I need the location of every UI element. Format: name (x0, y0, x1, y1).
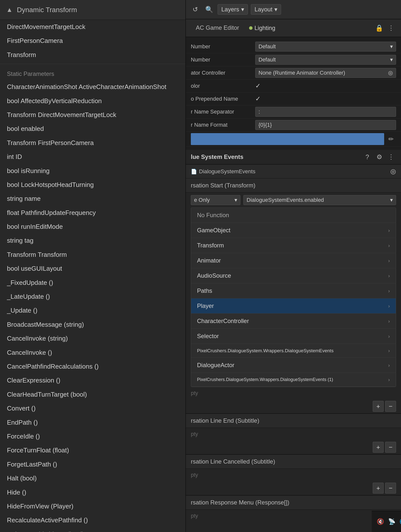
help-icon: ? (366, 153, 369, 161)
list-item[interactable]: Transform Transform (0, 248, 185, 262)
settings-label: r Name Separator (191, 109, 255, 115)
add-button[interactable]: + (373, 442, 384, 453)
number-dropdown-1[interactable]: Default ▾ (255, 42, 396, 52)
list-item[interactable]: bool useGUILayout (0, 262, 185, 275)
list-item[interactable]: ForgetLastPath () (0, 457, 185, 471)
func-item-dialogue-actor[interactable]: DialogueActor › (191, 358, 396, 373)
list-item[interactable]: ReleaseHeldObjects (bool) (0, 527, 185, 532)
chevron-right-icon: › (388, 288, 390, 294)
layers-chevron-icon: ▾ (241, 6, 244, 13)
settings-value: ✓ (255, 82, 396, 90)
prepended-checkbox[interactable]: ✓ (255, 95, 261, 103)
remove-button[interactable]: − (385, 442, 396, 453)
func-item-selector[interactable]: Selector › (191, 329, 396, 344)
help-button[interactable]: ? (362, 152, 372, 162)
list-item[interactable]: Halt (bool) (0, 471, 185, 485)
list-item[interactable]: ClearHeadTurnTarget (bool) (0, 387, 185, 401)
tab-ac-game-editor[interactable]: AC Game Editor (191, 21, 244, 35)
list-item[interactable]: float PathfindUpdateFrequency (0, 206, 185, 220)
list-item[interactable]: bool isRunning (0, 164, 185, 178)
list-item[interactable]: RecalculateActivePathfind () (0, 513, 185, 527)
color-checkbox[interactable]: ✓ (255, 82, 261, 90)
remove-button[interactable]: − (385, 401, 396, 412)
list-item[interactable]: BroadcastMessage (string) (0, 318, 185, 331)
target-icon: ◎ (390, 168, 396, 175)
list-item[interactable]: int ID (0, 150, 185, 164)
func-item-audiosource[interactable]: AudioSource › (191, 268, 396, 283)
func-item-character-controller[interactable]: CharacterController › (191, 314, 396, 329)
layout-button[interactable]: Layout ▾ (251, 4, 281, 15)
runtime-row: e Only ▾ DialogueSystemEvents.enabled ▾ (186, 193, 401, 207)
lock-button[interactable]: 🔒 (374, 23, 384, 33)
more-menu-button[interactable]: ⋮ (386, 23, 396, 33)
add-button[interactable]: + (373, 401, 384, 412)
conversation-line-cancelled-event: rsation Line Cancelled (Subtitle) pty + … (186, 455, 401, 496)
conv-response-menu-label: rsation Response Menu (Response[]) (186, 496, 401, 510)
list-item[interactable]: CancelInvoke () (0, 346, 185, 359)
list-item[interactable]: _LateUpdate () (0, 290, 185, 303)
func-item-player[interactable]: Player › (191, 298, 396, 314)
list-item[interactable]: CancelInvoke (string) (0, 331, 185, 345)
more-icon: ⋮ (388, 153, 394, 161)
list-item[interactable]: Hide () (0, 485, 185, 499)
function-path-dropdown[interactable]: DialogueSystemEvents.enabled ▾ (243, 195, 396, 205)
left-item-first-person[interactable]: FirstPersonCamera (0, 34, 185, 48)
settings-value: None (Runtime Animator Controller) ◎ (255, 68, 396, 78)
list-item[interactable]: bool AffectedByVerticalReduction (0, 94, 185, 108)
settings-button[interactable]: ⚙ (374, 152, 384, 162)
layers-button[interactable]: Layers ▾ (218, 4, 248, 15)
list-item[interactable]: _Update () (0, 303, 185, 317)
func-item-animator[interactable]: Animator › (191, 253, 396, 268)
animator-controller-dropdown[interactable]: None (Runtime Animator Controller) ◎ (255, 68, 396, 78)
list-item[interactable]: string name (0, 192, 185, 206)
settings-label: ator Controller (191, 70, 255, 76)
list-item[interactable]: bool LockHotspotHeadTurning (0, 178, 185, 192)
func-item-pixel-crushers[interactable]: PixelCrushers.DialogueSystem.Wrappers.Di… (191, 344, 396, 358)
collapse-arrow[interactable]: ▲ (6, 6, 13, 13)
name-format-input[interactable]: {0}{1} (255, 120, 396, 130)
events-object-header: 📄 DialogueSystemEvents ◎ (186, 165, 401, 178)
settings-value: : (255, 107, 396, 117)
list-item[interactable]: string tag (0, 234, 185, 247)
name-separator-input[interactable]: : (255, 107, 396, 117)
blue-input-field[interactable] (191, 133, 384, 145)
list-item[interactable]: _FixedUpdate () (0, 276, 185, 290)
more-button[interactable]: ⋮ (386, 152, 396, 162)
func-item-transform[interactable]: Transform › (191, 238, 396, 253)
settings-label: Number (191, 57, 255, 63)
search-button[interactable]: 🔍 (204, 4, 215, 15)
list-item[interactable]: EndPath () (0, 415, 185, 429)
list-item[interactable]: Convert () (0, 401, 185, 415)
list-item[interactable]: Transform DirectMovementTargetLock (0, 108, 185, 122)
list-item[interactable]: bool enabled (0, 122, 185, 136)
menu-bar: AC Game Editor Lighting 🔒 ⋮ (186, 19, 401, 37)
settings-row-name-sep: r Name Separator : (186, 105, 401, 118)
left-panel-title: Dynamic Transform (17, 6, 77, 14)
empty-row: pty (186, 428, 401, 440)
list-item[interactable]: Transform FirstPersonCamera (0, 136, 185, 150)
func-item-pixel-crushers-1[interactable]: PixelCrushers.DialogueSystem.Wrappers.Di… (191, 373, 396, 387)
mute-icon: 🔇 (377, 518, 384, 525)
list-item[interactable]: HideFromView (Player) (0, 499, 185, 513)
func-item-no-function[interactable]: No Function (191, 208, 396, 223)
func-item-paths[interactable]: Paths › (191, 283, 396, 298)
history-button[interactable]: ↺ (190, 4, 201, 15)
list-item[interactable]: bool runInEditMode (0, 220, 185, 234)
list-item[interactable]: ForceIdle () (0, 429, 185, 443)
dropdown-chevron-icon: ▾ (390, 197, 393, 203)
add-button[interactable]: + (373, 483, 384, 494)
target-button[interactable]: ◎ (390, 168, 396, 175)
chevron-right-icon: › (388, 318, 390, 324)
tab-lighting[interactable]: Lighting (244, 22, 280, 34)
func-item-gameobject[interactable]: GameObject › (191, 223, 396, 238)
list-item[interactable]: ForceTurnFloat (float) (0, 443, 185, 457)
list-item[interactable]: CharacterAnimationShot ActiveCharacterAn… (0, 80, 185, 94)
edit-button[interactable]: ✏ (386, 134, 396, 144)
left-item-direct-movement[interactable]: DirectMovementTargetLock (0, 20, 185, 34)
number-dropdown-2[interactable]: Default ▾ (255, 55, 396, 65)
remove-button[interactable]: − (385, 483, 396, 494)
runtime-only-dropdown[interactable]: e Only ▾ (191, 195, 240, 205)
left-item-transform[interactable]: Transform (0, 48, 185, 62)
list-item[interactable]: ClearExpression () (0, 373, 185, 387)
list-item[interactable]: CancelPathfindRecalculations () (0, 359, 185, 373)
